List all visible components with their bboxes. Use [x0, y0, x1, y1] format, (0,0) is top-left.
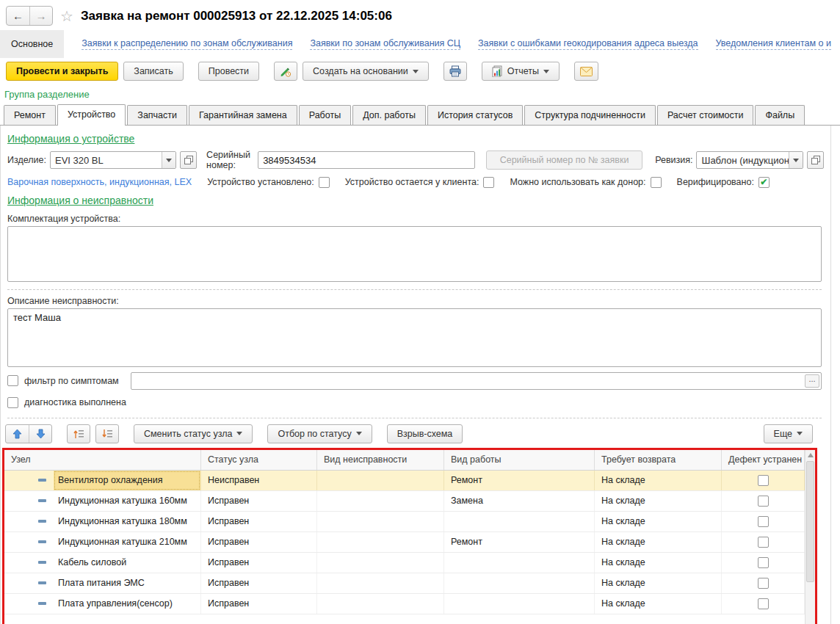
- nav-tab-main[interactable]: Основное: [0, 30, 64, 58]
- tab-item[interactable]: Гарантийная замена: [189, 105, 297, 125]
- filter-by-status-button[interactable]: Отбор по статусу: [267, 424, 372, 443]
- move-buttons: [5, 424, 52, 443]
- defect-fixed-checkbox[interactable]: [758, 475, 769, 486]
- back-icon: ←: [12, 10, 23, 22]
- table-row[interactable]: Индукционная катушка 180ммИсправенНа скл…: [4, 512, 805, 532]
- defect-fixed-checkbox[interactable]: [758, 557, 769, 568]
- table-row[interactable]: Кабель силовойИсправенНа складе: [4, 553, 805, 573]
- write-button[interactable]: Записать: [123, 62, 183, 81]
- node-name: Кабель силовой: [54, 553, 200, 573]
- create-on-base-button[interactable]: Создать на основании: [303, 62, 429, 81]
- tab-item[interactable]: Ремонт: [4, 105, 56, 125]
- tab-item[interactable]: Работы: [299, 105, 351, 125]
- revision-combo[interactable]: Шаблон (индукционная: [696, 151, 803, 169]
- post-button[interactable]: Провести: [198, 62, 259, 81]
- defect-fixed-checkbox[interactable]: [758, 578, 769, 589]
- defect-fixed-checkbox[interactable]: [758, 598, 769, 609]
- diagnostics-done-checkbox[interactable]: [7, 397, 18, 408]
- column-header-node-status[interactable]: Статус узла: [201, 450, 317, 470]
- work-type-cell: Замена: [444, 491, 595, 511]
- tab-item[interactable]: Расчет стоимости: [657, 105, 754, 125]
- symptom-filter-choose-button[interactable]: ...: [805, 374, 819, 388]
- symptom-filter-input[interactable]: ...: [131, 372, 822, 390]
- defect-fixed-checkbox[interactable]: [758, 516, 769, 527]
- defect-fixed-checkbox[interactable]: [758, 496, 769, 507]
- defect-fixed-cell: [722, 471, 805, 490]
- defect-fixed-checkbox[interactable]: [758, 537, 769, 548]
- donor-checkbox[interactable]: [651, 177, 662, 188]
- column-header-node[interactable]: Узел: [4, 450, 201, 470]
- flag-label: Устройство установлено:: [207, 177, 314, 187]
- move-down-button[interactable]: [29, 425, 51, 443]
- revision-dropdown-button[interactable]: [789, 152, 803, 168]
- serial-by-request-button[interactable]: Серийный номер по № заявки: [486, 150, 642, 170]
- print-button[interactable]: [443, 62, 467, 81]
- related-link[interactable]: Заявки с ошибками геокодирования адреса …: [478, 38, 698, 50]
- node-marker-icon: [38, 581, 46, 584]
- move-up-button[interactable]: [6, 425, 29, 443]
- forward-button[interactable]: →: [29, 7, 52, 25]
- device-stays-checkbox[interactable]: [483, 177, 494, 188]
- column-header-defect-fixed[interactable]: Дефект устранен: [722, 450, 805, 470]
- column-header-work-type[interactable]: Вид работы: [444, 450, 595, 470]
- serial-input[interactable]: 3849534534: [258, 151, 475, 169]
- column-header-fault-type[interactable]: Вид неисправности: [317, 450, 444, 470]
- fault-section-title[interactable]: Информация о неисправности: [7, 195, 153, 206]
- vertical-scrollbar[interactable]: [805, 450, 815, 624]
- product-open-button[interactable]: [180, 151, 197, 169]
- sort-descending-button[interactable]: [95, 424, 119, 443]
- node-status-cell: Исправен: [201, 491, 317, 511]
- change-node-status-button[interactable]: Сменить статус узла: [134, 424, 253, 443]
- tab-item[interactable]: Доп. работы: [352, 105, 426, 125]
- related-links-bar: Основное Заявки к распределению по зонам…: [0, 30, 840, 58]
- verified-checkbox[interactable]: [758, 177, 770, 188]
- fault-description-textarea[interactable]: тест Маша: [7, 308, 822, 367]
- table-row[interactable]: Индукционная катушка 160ммИсправенЗамена…: [4, 491, 805, 512]
- tab-item[interactable]: Структура подчиненности: [524, 105, 656, 125]
- reports-button[interactable]: Отчеты: [482, 62, 560, 81]
- scroll-up-icon[interactable]: [808, 453, 814, 457]
- product-value: EVI 320 BL: [51, 152, 162, 168]
- node-status-cell: Исправен: [201, 573, 317, 593]
- more-button[interactable]: Еще: [764, 424, 813, 443]
- tab-item[interactable]: Запчасти: [127, 105, 187, 125]
- product-dropdown-button[interactable]: [162, 152, 175, 168]
- return-required-cell: На складе: [595, 594, 722, 614]
- related-link[interactable]: Заявки к распределению по зонам обслужив…: [82, 38, 292, 50]
- node-marker-icon: [38, 561, 46, 564]
- tab-active[interactable]: Устройство: [57, 104, 126, 126]
- work-type-cell: [444, 553, 595, 573]
- related-link[interactable]: Заявки по зонам обслуживания СЦ: [310, 38, 460, 50]
- device-section-title[interactable]: Информация о устройстве: [7, 133, 134, 145]
- table-row[interactable]: Индукционная катушка 210ммИсправенРемонт…: [4, 532, 805, 553]
- revision-open-button[interactable]: [807, 151, 824, 169]
- table-row[interactable]: Плата питания ЭМСИсправенНа складе: [4, 573, 805, 594]
- explosion-diagram-button[interactable]: Взрыв-схема: [387, 424, 463, 443]
- table-row[interactable]: Вентилятор охлажденияНеисправенРемонтНа …: [4, 471, 805, 491]
- symptom-filter-checkbox[interactable]: [7, 375, 18, 386]
- mail-button[interactable]: [574, 62, 598, 81]
- sort-ascending-button[interactable]: [67, 424, 90, 443]
- device-type-link[interactable]: Варочная поверхность, индукционная, LEX: [7, 177, 192, 187]
- favorite-star-icon[interactable]: ☆: [60, 9, 73, 23]
- device-installed-checkbox[interactable]: [319, 177, 330, 188]
- product-label: Изделие:: [7, 155, 46, 165]
- create-on-base-label: Создать на основании: [313, 66, 408, 76]
- column-header-return[interactable]: Требует возврата: [595, 450, 722, 470]
- related-link[interactable]: Уведомления клиентам о и: [716, 38, 831, 50]
- post-and-close-button[interactable]: Провести и закрыть: [6, 62, 118, 81]
- tab-item[interactable]: Файлы: [755, 105, 805, 125]
- node-name: Индукционная катушка 210мм: [54, 532, 200, 552]
- product-combo[interactable]: EVI 320 BL: [50, 151, 176, 169]
- table-row[interactable]: Плата управления(сенсор)ИсправенНа склад…: [4, 594, 805, 614]
- group-separator-link[interactable]: Группа разделение: [0, 87, 97, 104]
- pen-clock-button[interactable]: [274, 62, 297, 81]
- back-button[interactable]: ←: [7, 7, 29, 25]
- tab-item[interactable]: История статусов: [427, 105, 523, 125]
- node-name: Индукционная катушка 180мм: [54, 512, 200, 532]
- completeness-textarea[interactable]: [7, 226, 822, 282]
- scrollbar-thumb[interactable]: [806, 461, 814, 582]
- mail-icon: [580, 67, 593, 76]
- flag-donor: Можно использовать как донор:: [510, 177, 661, 188]
- fault-description-label: Описание неисправности:: [7, 296, 830, 306]
